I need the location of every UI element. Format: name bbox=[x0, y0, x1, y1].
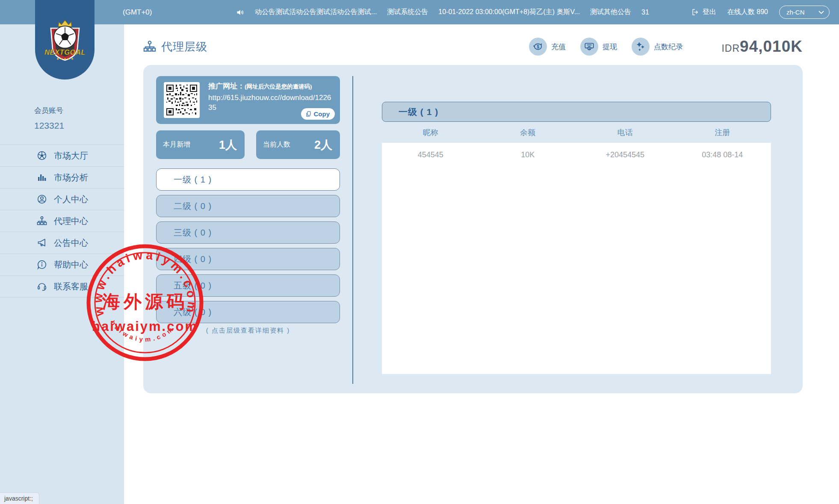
recharge-button[interactable]: $ 充值 bbox=[529, 38, 566, 56]
stat-new-this-month: 本月新增 1人 bbox=[156, 130, 245, 159]
timezone-label: (GMT+0) bbox=[123, 0, 152, 24]
column-header: 注册 bbox=[674, 127, 771, 138]
level-list: 一级 ( 1 ) 二级 ( 0 ) 三级 ( 0 ) 四级 ( 0 ) 五级 (… bbox=[156, 168, 340, 327]
cell-nickname: 454545 bbox=[382, 150, 479, 159]
sidebar-item-label: 代理中心 bbox=[54, 215, 88, 227]
svg-text:$: $ bbox=[537, 44, 539, 49]
topbar-right: 登出 在线人数 890 zh-CN bbox=[691, 0, 830, 24]
sidebar-item-market-analysis[interactable]: 市场分析 bbox=[0, 167, 124, 189]
level-label: 一级 ( 1 ) bbox=[174, 174, 212, 186]
svg-text:$: $ bbox=[588, 46, 591, 50]
promo-hint: (网址后六位是您的邀请码) bbox=[245, 83, 312, 90]
brand-text: NEXTGOAL bbox=[44, 48, 85, 56]
withdraw-button[interactable]: $ 提现 bbox=[580, 38, 617, 56]
withdraw-label: 提现 bbox=[603, 42, 617, 52]
sidebar-item-contact-support[interactable]: 联系客服 bbox=[0, 276, 124, 298]
ticker-item[interactable]: 动公告测试活动公告测试活动公告测试... bbox=[255, 8, 377, 17]
recharge-label: 充值 bbox=[551, 42, 566, 52]
account-label: 会员账号 bbox=[34, 106, 124, 115]
status-bar-link-preview: javascript:; bbox=[0, 492, 39, 504]
table-title: 一级 ( 1 ) bbox=[399, 106, 438, 118]
sidebar-item-help-center[interactable]: 帮助中心 bbox=[0, 254, 124, 276]
stat-value: 2人 bbox=[314, 137, 332, 153]
info-icon bbox=[37, 259, 47, 270]
megaphone-icon bbox=[37, 238, 47, 248]
bar-chart-icon bbox=[37, 172, 47, 183]
logout-button[interactable]: 登出 bbox=[691, 8, 716, 17]
stat-label: 当前人数 bbox=[263, 140, 290, 149]
page: (GMT+0) 动公告测试活动公告测试活动公告测试... 测试系统公告 10-0… bbox=[0, 0, 839, 504]
sidebar-menu: 市场大厅 市场分析 bbox=[0, 144, 124, 298]
level-button-6[interactable]: 六级 ( 0 ) bbox=[156, 301, 340, 323]
promo-title: 推广网址：(网址后六位是您的邀请码) bbox=[208, 81, 335, 91]
column-header: 昵称 bbox=[382, 127, 479, 138]
qr-code bbox=[164, 82, 200, 118]
soccer-ball-icon bbox=[37, 150, 47, 161]
table-title-bar: 一级 ( 1 ) bbox=[382, 102, 771, 122]
chevron-down-icon bbox=[818, 11, 824, 14]
language-select[interactable]: zh-CN bbox=[779, 6, 830, 19]
account-info: 会员账号 123321 bbox=[34, 106, 124, 131]
column-header: 电话 bbox=[576, 127, 674, 138]
account-value: 123321 bbox=[34, 121, 124, 131]
sidebar-item-market-hall[interactable]: 市场大厅 bbox=[0, 145, 124, 167]
ticker-item[interactable]: 31 bbox=[641, 9, 649, 16]
table-row: 454545 10K +20454545 03:48 08-14 bbox=[382, 143, 771, 167]
topbar: (GMT+0) 动公告测试活动公告测试活动公告测试... 测试系统公告 10-0… bbox=[0, 0, 839, 24]
sidebar-item-personal-center[interactable]: 个人中心 bbox=[0, 189, 124, 210]
table-header: 昵称 余额 电话 注册 bbox=[382, 127, 771, 138]
copy-label: Copy bbox=[314, 110, 330, 118]
levels-note: ( 点击层级查看详细资料 ) bbox=[156, 327, 340, 335]
points-record-label: 点数纪录 bbox=[654, 42, 683, 52]
promo-title-text: 推广网址： bbox=[208, 82, 245, 90]
points-record-button[interactable]: 点数纪录 bbox=[632, 38, 683, 56]
promo-box: 推广网址：(网址后六位是您的邀请码) http://615.jiuzhouw.c… bbox=[156, 76, 340, 124]
stat-current-count: 当前人数 2人 bbox=[256, 130, 340, 159]
sidebar-item-label: 公告中心 bbox=[54, 237, 88, 249]
sidebar-item-label: 联系客服 bbox=[54, 281, 88, 292]
user-icon bbox=[37, 194, 47, 204]
level-label: 五级 ( 0 ) bbox=[174, 280, 212, 292]
balance-value: 94,010K bbox=[740, 38, 803, 56]
logout-icon bbox=[691, 8, 700, 16]
nextgoal-crest: NEXTGOAL ★ ★ ★ ★ ★ bbox=[43, 15, 87, 65]
level-label: 二级 ( 0 ) bbox=[174, 200, 212, 212]
stats-row: 本月新增 1人 当前人数 2人 bbox=[156, 130, 340, 159]
vertical-divider bbox=[352, 76, 353, 384]
logo[interactable]: NEXTGOAL ★ ★ ★ ★ ★ bbox=[35, 0, 95, 80]
piggy-bank-icon: $ bbox=[529, 38, 547, 56]
cell-phone: +20454545 bbox=[576, 150, 674, 159]
logout-label: 登出 bbox=[703, 8, 716, 17]
cell-registered: 03:48 08-14 bbox=[674, 150, 771, 159]
level-button-4[interactable]: 四级 ( 0 ) bbox=[156, 248, 340, 270]
sidebar-item-announcement-center[interactable]: 公告中心 bbox=[0, 232, 124, 254]
level-button-2[interactable]: 二级 ( 0 ) bbox=[156, 195, 340, 217]
level-label: 六级 ( 0 ) bbox=[174, 307, 212, 318]
sidebar-item-agent-center[interactable]: 代理中心 bbox=[0, 210, 124, 232]
level-button-1[interactable]: 一级 ( 1 ) bbox=[156, 168, 340, 191]
ticker-item[interactable]: 10-01-2022 03:00:00(GMT+8)荷乙(主) 奥斯V... bbox=[438, 8, 580, 17]
cell-balance: 10K bbox=[479, 150, 577, 159]
announcement-ticker: 动公告测试活动公告测试活动公告测试... 测试系统公告 10-01-2022 0… bbox=[236, 0, 649, 24]
sidebar-item-label: 帮助中心 bbox=[54, 259, 88, 271]
page-title: 代理层级 bbox=[161, 39, 207, 54]
level-button-5[interactable]: 五级 ( 0 ) bbox=[156, 274, 340, 297]
copy-icon bbox=[305, 111, 312, 117]
balance-currency: IDR bbox=[721, 43, 740, 54]
sidebar-item-label: 市场大厅 bbox=[54, 150, 88, 162]
table-body: 454545 10K +20454545 03:48 08-14 bbox=[382, 143, 771, 374]
sitemap-icon bbox=[37, 216, 47, 226]
level-label: 四级 ( 0 ) bbox=[174, 253, 212, 265]
copy-button[interactable]: Copy bbox=[301, 108, 335, 120]
ticker-item[interactable]: 测试其他公告 bbox=[590, 8, 631, 17]
brand-stars: ★ ★ ★ ★ ★ bbox=[56, 57, 74, 61]
ticker-item[interactable]: 测试系统公告 bbox=[387, 8, 428, 17]
sparkles-icon bbox=[632, 38, 650, 56]
level-button-3[interactable]: 三级 ( 0 ) bbox=[156, 221, 340, 244]
speaker-icon bbox=[236, 8, 245, 17]
sidebar-item-label: 市场分析 bbox=[54, 172, 88, 183]
stat-label: 本月新增 bbox=[163, 140, 190, 149]
balance-display: IDR 94,010K bbox=[721, 38, 803, 56]
online-count: 在线人数 890 bbox=[727, 8, 768, 17]
headset-icon bbox=[37, 281, 47, 292]
